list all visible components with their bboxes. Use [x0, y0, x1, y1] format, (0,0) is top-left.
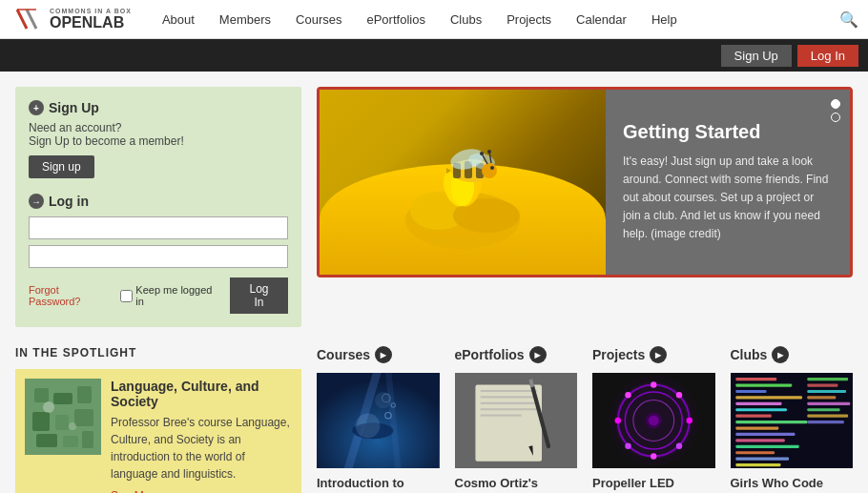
spotlight-title: Language, Culture, and Society — [111, 379, 292, 409]
see-more-link[interactable]: See More — [111, 489, 160, 493]
clubs-section: Clubs ► — [731, 346, 854, 493]
projects-heading: Projects — [592, 347, 645, 362]
svg-rect-48 — [480, 396, 536, 398]
username-input[interactable] — [29, 216, 288, 239]
bottom-section: IN THE SPOTLIGHT — [15, 346, 853, 493]
logo-sub: COMMONS IN A BOX — [50, 8, 132, 14]
svg-point-21 — [487, 150, 491, 154]
nav-members[interactable]: Members — [208, 0, 282, 39]
svg-rect-32 — [82, 431, 93, 448]
svg-rect-84 — [735, 451, 775, 454]
projects-section: Projects ► — [592, 346, 715, 493]
keep-logged-label: Keep me logged in — [135, 284, 222, 307]
clubs-card-title[interactable]: Girls Who Code — [731, 476, 854, 490]
auth-box: + Sign Up Need an account?Sign Up to bec… — [15, 87, 301, 327]
logo-main: OPENLAB — [50, 14, 132, 31]
svg-rect-27 — [32, 412, 50, 431]
spotlight-image — [25, 379, 101, 455]
projects-arrow-icon[interactable]: ► — [650, 346, 667, 363]
svg-rect-74 — [735, 390, 766, 393]
svg-rect-83 — [735, 445, 798, 448]
login-button[interactable]: Log In — [230, 277, 288, 314]
svg-rect-79 — [735, 421, 807, 423]
hero-dot-1[interactable] — [831, 99, 840, 109]
svg-point-16 — [482, 163, 497, 178]
svg-rect-73 — [735, 383, 792, 386]
courses-arrow-icon[interactable]: ► — [375, 346, 392, 363]
hero-description: It's easy! Just sign up and take a look … — [623, 153, 833, 244]
svg-point-34 — [69, 422, 76, 430]
search-button[interactable]: 🔍 — [839, 10, 858, 29]
nav-projects[interactable]: Projects — [495, 0, 563, 39]
clubs-heading: Clubs — [731, 347, 768, 362]
clubs-img-svg — [731, 373, 854, 468]
nav-calendar[interactable]: Calendar — [565, 0, 638, 39]
hero-dots — [831, 99, 840, 122]
projects-card-title[interactable]: Propeller LED Display – Culmination Proj… — [592, 476, 715, 493]
hero-content: Getting Started It's easy! Just sign up … — [606, 90, 850, 275]
hero-dot-2[interactable] — [831, 113, 840, 122]
svg-point-17 — [490, 166, 494, 170]
eportfolios-header: ePortfolios ► — [455, 346, 578, 363]
svg-point-44 — [375, 392, 391, 408]
hero-title: Getting Started — [623, 121, 833, 143]
spotlight-description: Professor Bree's course Language, Cultur… — [111, 414, 292, 483]
svg-rect-51 — [480, 415, 521, 417]
svg-rect-76 — [735, 402, 781, 405]
svg-rect-81 — [735, 433, 795, 436]
nav-help[interactable]: Help — [640, 0, 689, 39]
signup-heading: + Sign Up — [29, 100, 288, 115]
courses-card-image — [317, 373, 440, 468]
signup-button[interactable]: Sign up — [29, 155, 94, 178]
svg-rect-80 — [735, 426, 778, 429]
forgot-password-link[interactable]: Forgot Password? — [29, 284, 113, 307]
svg-rect-88 — [807, 383, 837, 386]
svg-rect-28 — [55, 415, 69, 430]
svg-rect-47 — [480, 390, 536, 392]
spotlight-section: IN THE SPOTLIGHT — [15, 346, 301, 493]
eportfolios-section: ePortfolios ► C — [455, 346, 578, 493]
svg-rect-25 — [53, 393, 72, 404]
password-input[interactable] — [29, 245, 288, 268]
courses-card-title[interactable]: Introduction to Science Fiction — [317, 476, 440, 493]
svg-rect-91 — [807, 402, 850, 405]
signup-desc: Need an account?Sign Up to become a memb… — [29, 121, 288, 148]
signup-section: + Sign Up Need an account?Sign Up to bec… — [29, 100, 288, 178]
nav-eportfolios[interactable]: ePortfolios — [355, 0, 436, 39]
keep-logged-checkbox[interactable] — [120, 290, 133, 302]
logo[interactable]: COMMONS IN A BOX OPENLAB — [10, 2, 132, 36]
nav-clubs[interactable]: Clubs — [439, 0, 493, 39]
login-topbar-button[interactable]: Log In — [797, 45, 858, 67]
eportfolios-arrow-icon[interactable]: ► — [529, 346, 547, 363]
spotlight-heading: IN THE SPOTLIGHT — [15, 346, 301, 359]
svg-rect-93 — [807, 415, 848, 418]
spotlight-card: Language, Culture, and Society Professor… — [15, 369, 301, 493]
svg-rect-30 — [36, 434, 57, 447]
signup-action-row: Sign up — [29, 155, 288, 178]
svg-rect-24 — [34, 388, 49, 402]
nav-courses[interactable]: Courses — [284, 0, 353, 39]
signup-topbar-button[interactable]: Sign Up — [721, 45, 792, 67]
signup-circle-icon: + — [29, 100, 44, 115]
nav-about[interactable]: About — [151, 0, 206, 39]
header: COMMONS IN A BOX OPENLAB About Members C… — [0, 0, 868, 39]
main-nav: About Members Courses ePortfolios Clubs … — [151, 0, 839, 39]
hero-image — [320, 90, 606, 275]
top-section: + Sign Up Need an account?Sign Up to bec… — [15, 87, 853, 327]
courses-heading: Courses — [317, 347, 370, 362]
projects-header: Projects ► — [592, 346, 715, 363]
courses-header: Courses ► — [317, 346, 440, 363]
svg-rect-0 — [10, 2, 44, 36]
eportfolios-card-title[interactable]: Cosmo Ortiz's ePortfolio — [455, 476, 578, 493]
hero-banner: Getting Started It's easy! Just sign up … — [317, 87, 853, 277]
courses-section: Courses ► — [317, 346, 440, 493]
login-footer: Forgot Password? Keep me logged in Log I… — [29, 277, 288, 314]
eportfolios-img-svg — [455, 373, 578, 468]
clubs-arrow-icon[interactable]: ► — [772, 346, 789, 363]
eportfolios-card-image — [455, 373, 578, 468]
svg-rect-87 — [807, 378, 848, 380]
svg-rect-89 — [807, 390, 846, 393]
svg-rect-26 — [77, 386, 92, 403]
courses-img-svg — [317, 373, 440, 468]
svg-rect-77 — [735, 408, 787, 411]
